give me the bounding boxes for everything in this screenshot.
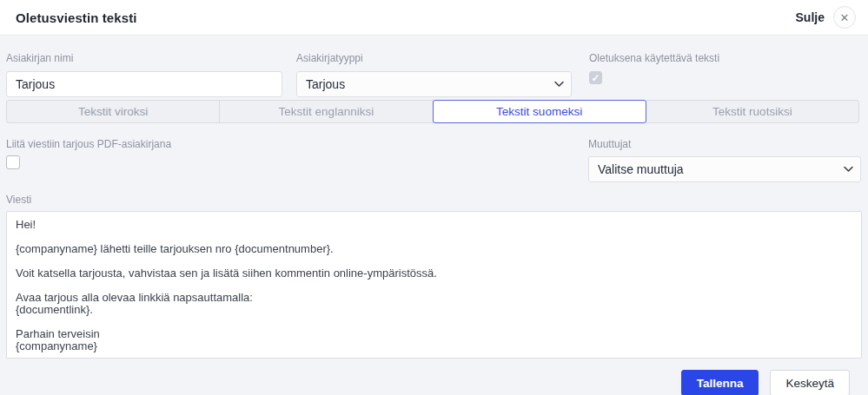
attach-pdf-checkbox[interactable] xyxy=(6,155,20,169)
close-icon[interactable]: ✕ xyxy=(833,6,856,29)
attach-pdf-label: Liitä viestiin tarjous PDF-asiakirjana xyxy=(6,138,588,150)
document-name-field-group: Asiakirjan nimi xyxy=(6,52,282,97)
document-type-select[interactable]: Tarjous xyxy=(296,71,572,97)
document-type-label: Asiakirjatyyppi xyxy=(296,52,572,64)
default-text-field-group: Oletuksena käytettävä teksti xyxy=(589,52,862,97)
close-button-label[interactable]: Sulje xyxy=(796,10,825,24)
dialog-body: Asiakirjan nimi Asiakirjatyyppi Tarjous … xyxy=(0,36,868,395)
document-name-label: Asiakirjan nimi xyxy=(6,52,282,64)
message-label: Viesti xyxy=(6,194,862,206)
document-type-field-group: Asiakirjatyyppi Tarjous xyxy=(296,52,572,97)
dialog-footer: Tallenna Keskeytä xyxy=(6,359,862,395)
variables-select[interactable]: Valitse muuttuja xyxy=(588,156,861,182)
message-textarea[interactable]: Hei! {companyname} lähetti teille tarjou… xyxy=(6,211,862,359)
tab-tekstit-englanniksi[interactable]: Tekstit englanniksi xyxy=(219,100,433,123)
tab-tekstit-suomeksi[interactable]: Tekstit suomeksi xyxy=(433,100,646,123)
fields-row: Asiakirjan nimi Asiakirjatyyppi Tarjous … xyxy=(6,52,862,97)
document-name-input[interactable] xyxy=(6,71,282,97)
options-row: Liitä viestiin tarjous PDF-asiakirjana M… xyxy=(6,138,862,182)
attach-pdf-field-group: Liitä viestiin tarjous PDF-asiakirjana xyxy=(6,138,588,182)
variables-label: Muuttujat xyxy=(588,138,861,150)
dialog-header: Oletusviestin teksti Sulje ✕ xyxy=(0,0,868,36)
default-text-label: Oletuksena käytettävä teksti xyxy=(589,52,862,64)
page-title: Oletusviestin teksti xyxy=(16,10,137,25)
default-text-checkbox[interactable] xyxy=(589,71,602,84)
save-button[interactable]: Tallenna xyxy=(681,370,759,395)
message-field-group: Viesti Hei! {companyname} lähetti teille… xyxy=(6,194,862,359)
language-tabs: Tekstit viroksi Tekstit englanniksi Teks… xyxy=(6,100,859,123)
tab-tekstit-viroksi[interactable]: Tekstit viroksi xyxy=(6,100,220,123)
close-button[interactable]: Sulje ✕ xyxy=(796,6,856,29)
cancel-button[interactable]: Keskeytä xyxy=(770,370,850,395)
variables-field-group: Muuttujat Valitse muuttuja xyxy=(588,138,861,182)
tab-tekstit-ruotsiksi[interactable]: Tekstit ruotsiksi xyxy=(646,100,859,123)
